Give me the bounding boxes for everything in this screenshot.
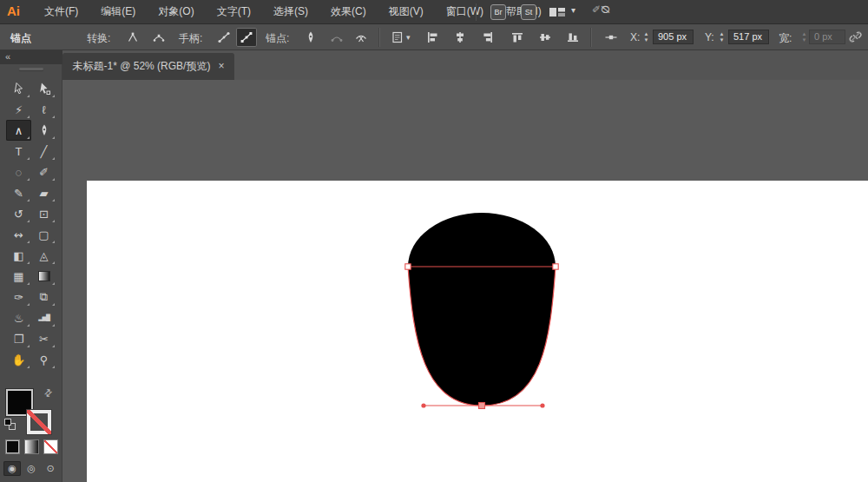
tab-strip: « 未标题-1* @ 52% (RGB/预览)× — [0, 50, 868, 80]
anchor-point-right[interactable] — [553, 264, 558, 269]
eraser-tool[interactable]: ▰ — [31, 182, 56, 203]
width-tool[interactable]: ↭ — [6, 224, 31, 245]
x-input[interactable]: 905 px — [653, 30, 694, 44]
remove-anchor-icon[interactable] — [300, 28, 321, 47]
drawing-modes: ◉◎⊙ — [3, 461, 61, 476]
none-fill-button[interactable] — [43, 439, 58, 454]
anchor-point-left[interactable] — [405, 264, 411, 269]
width-label: 宽: — [779, 31, 792, 46]
x-label: X: — [630, 31, 640, 43]
convert-to-smooth-icon[interactable] — [148, 28, 169, 47]
align-bottom-icon[interactable] — [562, 28, 583, 47]
x-stepper[interactable]: ▲▼ — [642, 30, 650, 44]
convert-label: 转换: — [87, 31, 110, 46]
convert-to-corner-icon[interactable] — [122, 28, 143, 47]
slice-tool[interactable]: ✂ — [31, 328, 56, 349]
artboard-tool[interactable]: ❐ — [6, 328, 31, 349]
app-logo: Ai — [7, 3, 20, 18]
menu-bar: Ai 文件(F)编辑(E)对象(O)文字(T)选择(S)效果(C)视图(V)窗口… — [0, 0, 868, 24]
collapse-panel-icon[interactable]: « — [5, 51, 10, 62]
connect-endpoints-icon — [326, 28, 347, 47]
menu-item-effect[interactable]: 效果(C) — [319, 0, 378, 24]
lasso-tool[interactable]: ℓ — [31, 99, 56, 120]
menu-item-select[interactable]: 选择(S) — [262, 0, 319, 24]
canvas-pasteboard[interactable] — [62, 80, 868, 482]
document-tab[interactable]: 未标题-1* @ 52% (RGB/预览)× — [62, 53, 234, 80]
ellipse-tool[interactable]: ◌ — [6, 162, 31, 182]
selected-path[interactable] — [408, 267, 556, 406]
menu-item-type[interactable]: 文字(T) — [206, 0, 262, 24]
scale-tool[interactable]: ⊡ — [31, 203, 56, 224]
color-fill-button[interactable] — [5, 439, 20, 454]
chevron-down-icon[interactable]: ▾ — [571, 5, 575, 15]
tool-panel: ⚡ℓ∧T╱◌✐✎▰↺⊡↭▢◧◬▦✑⧉♨▂▅█❐✂✋⚲ ⇄ ◉◎⊙ — [0, 64, 62, 482]
draw-behind-mode[interactable]: ◎ — [23, 461, 40, 476]
draw-inside-mode[interactable]: ⊙ — [42, 461, 59, 476]
y-stepper[interactable]: ▲▼ — [718, 30, 726, 44]
anchor-point-selected[interactable] — [479, 403, 485, 409]
separator — [476, 3, 477, 21]
power-glyph: Ø — [599, 5, 611, 13]
align-v-center-icon[interactable] — [535, 28, 556, 47]
align-right-icon[interactable] — [477, 28, 498, 47]
align-top-icon[interactable] — [507, 28, 528, 47]
document-tab-title: 未标题-1* @ 52% (RGB/预览) — [73, 60, 211, 72]
menu-items: 文件(F)编辑(E)对象(O)文字(T)选择(S)效果(C)视图(V)窗口(W)… — [33, 0, 553, 24]
direction-handle-end-left[interactable] — [421, 403, 425, 407]
bridge-button[interactable]: Br — [490, 4, 506, 20]
column-graph-tool[interactable]: ▂▅█ — [31, 307, 56, 328]
mesh-tool[interactable]: ▦ — [6, 266, 31, 287]
show-handles-icon[interactable] — [236, 28, 257, 47]
zoom-tool[interactable]: ⚲ — [31, 349, 56, 370]
type-tool[interactable]: T — [6, 141, 31, 162]
workspace-switcher-icon[interactable] — [549, 6, 566, 21]
isolate-object-icon[interactable] — [387, 28, 408, 47]
free-transform-tool[interactable]: ▢ — [31, 224, 56, 245]
stroke-color-swatch[interactable] — [27, 410, 51, 434]
close-tab-icon[interactable]: × — [218, 53, 224, 79]
cut-path-at-anchor-icon[interactable] — [351, 28, 372, 47]
gradient-fill-button[interactable] — [24, 439, 39, 454]
panel-drag-gripper[interactable] — [19, 68, 43, 70]
constrain-proportions-icon — [848, 30, 863, 47]
menu-item-edit[interactable]: 编辑(E) — [89, 0, 147, 24]
shape-builder-tool[interactable]: ◧ — [6, 245, 31, 266]
perspective-grid-tool[interactable]: ◬ — [31, 245, 56, 266]
stock-button[interactable]: St — [521, 4, 536, 20]
pencil-tool[interactable]: ✎ — [6, 182, 31, 203]
menu-item-object[interactable]: 对象(O) — [147, 0, 205, 24]
line-segment-tool[interactable]: ╱ — [31, 141, 56, 162]
blend-tool[interactable]: ⧉ — [31, 287, 56, 307]
pen-tool[interactable] — [31, 120, 56, 141]
draw-normal-mode[interactable]: ◉ — [3, 461, 21, 476]
illustrator-window: Ai 文件(F)编辑(E)对象(O)文字(T)选择(S)效果(C)视图(V)窗口… — [0, 0, 868, 482]
default-fill-stroke-icon[interactable] — [4, 419, 17, 432]
align-left-icon[interactable] — [422, 28, 443, 47]
magic-wand-tool[interactable]: ⚡ — [6, 99, 31, 120]
align-to-key-anchor-icon[interactable] — [601, 28, 621, 47]
menu-item-view[interactable]: 视图(V) — [378, 0, 435, 24]
menu-item-file[interactable]: 文件(F) — [33, 0, 89, 24]
direct-selection-tool[interactable] — [31, 78, 56, 99]
gpu-performance-icon[interactable]: ✐Ø — [592, 3, 608, 16]
y-input[interactable]: 517 px — [728, 30, 769, 44]
align-h-center-icon[interactable] — [450, 28, 470, 47]
anchors-label: 锚点: — [266, 31, 289, 46]
context-label: 锚点 — [10, 31, 31, 46]
swap-fill-stroke-icon[interactable]: ⇄ — [42, 386, 56, 400]
chevron-down-icon[interactable]: ▾ — [406, 33, 411, 42]
hide-handles-icon[interactable] — [214, 28, 234, 47]
hand-tool[interactable]: ✋ — [6, 349, 31, 370]
rotate-tool[interactable]: ↺ — [6, 203, 31, 224]
symbol-sprayer-tool[interactable]: ♨ — [6, 307, 31, 328]
anchor-point-tool[interactable]: ∧ — [6, 120, 31, 141]
selection-tool[interactable] — [6, 78, 31, 99]
eyedropper-tool[interactable]: ✑ — [6, 287, 31, 307]
artwork-layer — [87, 181, 868, 482]
paintbrush-tool[interactable]: ✐ — [31, 162, 56, 182]
menu-item-window[interactable]: 窗口(W) — [435, 0, 495, 24]
gradient-tool[interactable] — [31, 266, 56, 287]
width-input: 0 px — [809, 30, 845, 44]
control-bar: 锚点 转换: 手柄: 锚点: ▾ X: ▲▼ 905 px Y: ▲▼ 517 … — [0, 24, 868, 50]
direction-handle-end-right[interactable] — [540, 403, 544, 407]
